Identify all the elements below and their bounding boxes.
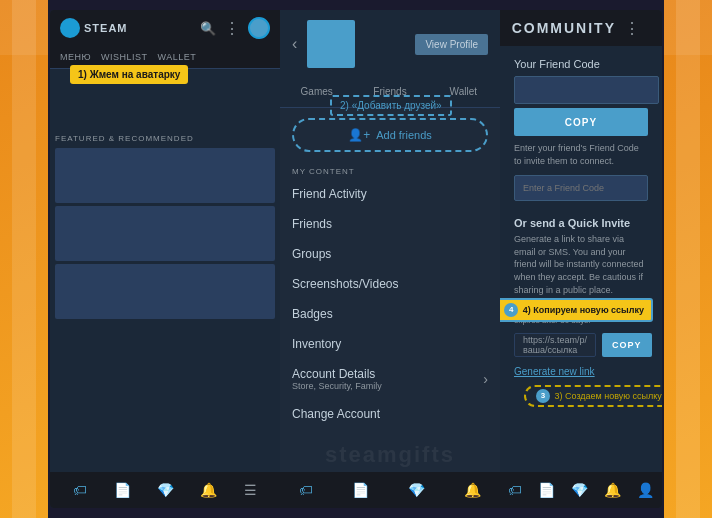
tooltip-click-avatar: 1) Жмем на аватарку (70, 65, 188, 84)
friend-code-input[interactable] (514, 76, 659, 104)
right-bottom-user-icon[interactable]: 👤 (637, 482, 654, 498)
middle-bottom-bar: 🏷 📄 💎 🔔 (280, 472, 500, 508)
my-content-label: MY CONTENT (280, 162, 500, 179)
featured-item-1 (55, 148, 275, 203)
mid-bottom-gem-icon[interactable]: 💎 (408, 482, 425, 498)
steam-header-icons: 🔍 ⋮ (200, 17, 270, 39)
right-bottom-gem-icon[interactable]: 💎 (571, 482, 588, 498)
add-friends-label: Add friends (376, 129, 432, 141)
gift-decoration-right (664, 0, 712, 518)
community-title: COMMUNITY (512, 20, 616, 36)
friends-dropdown-panel: ‹ View Profile 2) «Добавить друзей» Game… (280, 10, 500, 508)
menu-icon[interactable]: ⋮ (224, 19, 240, 38)
code-input-row (514, 76, 648, 104)
dropdown-header: ‹ View Profile (280, 10, 500, 78)
community-header: COMMUNITY ⋮ (500, 10, 662, 46)
generate-link-row: Generate new link 3 3) Создаем новую ссы… (514, 361, 648, 379)
step3-badge: 3 (536, 389, 550, 403)
profile-dropdown: ‹ View Profile 2) «Добавить друзей» Game… (280, 10, 500, 508)
bottom-doc-icon[interactable]: 📄 (114, 482, 131, 498)
steam-header: STEAM 🔍 ⋮ (50, 10, 280, 46)
arrow-icon: › (483, 371, 488, 387)
view-profile-button[interactable]: View Profile (415, 34, 488, 55)
tooltip-generate-link: 3 3) Создаем новую ссылку (524, 385, 662, 407)
mid-bottom-bell-icon[interactable]: 🔔 (464, 482, 481, 498)
invite-link-row: 4 4) Копируем новую ссылку https://s.tea… (514, 333, 648, 357)
menu-badges[interactable]: Badges (280, 299, 500, 329)
search-icon[interactable]: 🔍 (200, 21, 216, 36)
quick-invite-title: Or send a Quick Invite (514, 217, 648, 229)
tooltip-add-friends: 2) «Добавить друзей» (330, 95, 452, 116)
enter-friend-code-input[interactable] (514, 175, 648, 201)
left-bottom-bar: 🏷 📄 💎 🔔 ☰ (50, 472, 280, 508)
copy-invite-link-button[interactable]: COPY (602, 333, 652, 357)
mid-bottom-tag-icon[interactable]: 🏷 (299, 482, 313, 498)
menu-friends[interactable]: Friends (280, 209, 500, 239)
gift-decoration-left (0, 0, 48, 518)
right-bottom-bell-icon[interactable]: 🔔 (604, 482, 621, 498)
steam-client-panel: STEAM 🔍 ⋮ МЕНЮ WISHLIST WALLET 1) Жмем н… (50, 10, 280, 508)
bottom-bell-icon[interactable]: 🔔 (200, 482, 217, 498)
profile-avatar (307, 20, 355, 68)
account-details-label: Account Details (292, 367, 382, 381)
account-details-sub: Store, Security, Family (292, 381, 382, 391)
steam-logo-text: STEAM (84, 22, 128, 34)
add-friends-icon: 👤+ (348, 128, 370, 142)
right-bottom-tag-icon[interactable]: 🏷 (508, 482, 522, 498)
steam-logo-icon (60, 18, 80, 38)
featured-items (55, 148, 275, 319)
featured-label: FEATURED & RECOMMENDED (55, 134, 275, 143)
invite-link-text: https://s.team/p/ваша/ссылка (514, 333, 596, 357)
back-arrow-icon[interactable]: ‹ (292, 35, 297, 53)
copy-friend-code-button[interactable]: COPY (514, 108, 648, 136)
menu-account-details[interactable]: Account Details Store, Security, Family … (280, 359, 500, 399)
bottom-menu-icon[interactable]: ☰ (244, 482, 257, 498)
steam-logo: STEAM (60, 18, 128, 38)
mid-bottom-doc-icon[interactable]: 📄 (352, 482, 369, 498)
menu-inventory[interactable]: Inventory (280, 329, 500, 359)
right-bottom-doc-icon[interactable]: 📄 (538, 482, 555, 498)
bottom-tag-icon[interactable]: 🏷 (73, 482, 87, 498)
friend-code-info: Enter your friend's Friend Code to invit… (514, 142, 648, 167)
generate-new-link-button[interactable]: Generate new link (514, 366, 595, 377)
featured-item-2 (55, 206, 275, 261)
quick-invite-desc: Generate a link to share via email or SM… (514, 233, 648, 296)
add-friends-button[interactable]: 👤+ Add friends (292, 118, 488, 152)
user-avatar[interactable] (248, 17, 270, 39)
bottom-gem-icon[interactable]: 💎 (157, 482, 174, 498)
community-menu-icon[interactable]: ⋮ (624, 19, 640, 38)
featured-item-3 (55, 264, 275, 319)
friend-code-section: Your Friend Code COPY Enter your friend'… (500, 46, 662, 217)
step4-badge: 4 (504, 303, 518, 317)
menu-screenshots[interactable]: Screenshots/Videos (280, 269, 500, 299)
community-panel: COMMUNITY ⋮ Your Friend Code COPY Enter … (500, 10, 662, 508)
quick-invite-section: Or send a Quick Invite Generate a link t… (500, 217, 662, 378)
left-content: FEATURED & RECOMMENDED (50, 69, 280, 497)
friend-code-label: Your Friend Code (514, 58, 648, 70)
menu-groups[interactable]: Groups (280, 239, 500, 269)
menu-change-account[interactable]: Change Account (280, 399, 500, 429)
tooltip-copy-link: 4 4) Копируем новую ссылку (500, 298, 653, 322)
menu-friend-activity[interactable]: Friend Activity (280, 179, 500, 209)
right-bottom-bar: 🏷 📄 💎 🔔 👤 (500, 472, 662, 508)
watermark: steamgifts (325, 442, 455, 468)
